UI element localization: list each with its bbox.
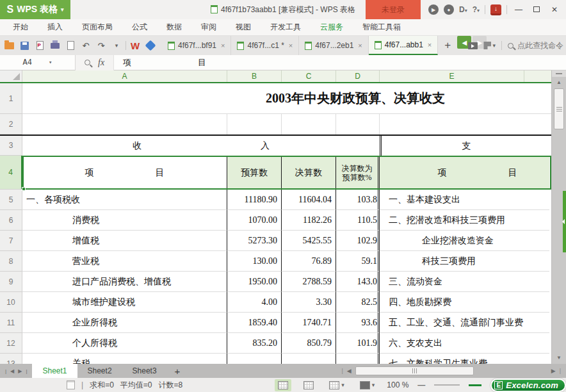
row-header-8[interactable]: 8 xyxy=(0,251,22,272)
menu-smart-toolbox[interactable]: 智能工具箱 xyxy=(362,22,401,33)
cell-d7[interactable]: 102.9 xyxy=(336,231,380,251)
cell-a7[interactable]: 增值税 xyxy=(22,231,227,251)
reading-mode-button[interactable]: ▾ xyxy=(357,379,378,391)
zoom-slider[interactable] xyxy=(434,384,460,386)
cell-a11[interactable]: 企业所得税 xyxy=(22,313,227,333)
close-button[interactable]: ✕ xyxy=(548,5,561,14)
cell-a4-active[interactable]: 项目 xyxy=(22,156,227,190)
print-preview-icon[interactable] xyxy=(64,39,77,52)
scroll-down-icon[interactable]: ▼ xyxy=(552,352,566,363)
last-sheet-icon[interactable]: | xyxy=(26,368,27,374)
close-tab-icon[interactable]: × xyxy=(289,42,293,49)
next-sheet-icon[interactable]: ▶ xyxy=(18,368,22,374)
side-panel-handle[interactable] xyxy=(563,191,566,252)
cell-c8[interactable]: 76.89 xyxy=(282,251,336,272)
page-layout-button[interactable]: ▾ xyxy=(326,379,348,391)
help-icon[interactable]: ?▾ xyxy=(473,5,480,14)
magnifier-icon[interactable] xyxy=(85,60,90,65)
cell-a6[interactable]: 消费税 xyxy=(22,210,227,231)
doc-tab-3[interactable]: 4f67...2eb1× xyxy=(299,36,369,55)
cell-b6[interactable]: 1070.00 xyxy=(227,210,282,231)
cell-a5[interactable]: 一、各项税收 xyxy=(22,190,227,210)
row-header-9[interactable]: 9 xyxy=(0,272,22,292)
row-header-13[interactable]: 13 xyxy=(0,354,22,364)
cell-b7[interactable]: 5273.30 xyxy=(227,231,282,251)
page-break-view-button[interactable] xyxy=(300,379,317,391)
cell-c4[interactable]: 决算数 xyxy=(282,156,336,190)
split-handle[interactable] xyxy=(552,70,566,77)
cell-c10[interactable]: 3.30 xyxy=(282,292,336,313)
row-header-1[interactable]: 1 xyxy=(0,83,22,114)
cell-d5[interactable]: 103.8 xyxy=(336,190,380,210)
col-header-a[interactable]: A xyxy=(22,70,227,82)
cell-c13[interactable] xyxy=(282,354,336,364)
cell-d13[interactable] xyxy=(336,354,380,364)
row-header-12[interactable]: 12 xyxy=(0,333,22,354)
cell-d10[interactable]: 82.5 xyxy=(336,292,380,313)
feedback-icon[interactable]: D▾ xyxy=(459,5,467,14)
close-tab-icon[interactable]: × xyxy=(358,42,362,49)
cell-e10[interactable]: 四、地质勘探费 xyxy=(380,292,549,313)
close-tab-icon[interactable]: × xyxy=(428,41,432,49)
cell-c12[interactable]: 850.79 xyxy=(282,333,336,354)
cell-e6[interactable]: 二、挖潜改造和科技三项费用 xyxy=(380,210,549,231)
cell-e13[interactable]: 七、文教科学卫生事业费 xyxy=(380,354,549,364)
print-icon[interactable] xyxy=(49,39,61,52)
customize-toolbar-icon[interactable]: ▾ xyxy=(110,39,123,52)
cell-d12[interactable]: 101.9 xyxy=(336,333,380,354)
doc-tab-2[interactable]: 4f67f...c1 *× xyxy=(231,36,299,55)
cell-d4[interactable]: 决算数为预算数% xyxy=(336,156,380,190)
download-icon[interactable]: ↓ xyxy=(490,4,501,15)
row-header-11[interactable]: 11 xyxy=(0,313,22,333)
new-tab-button[interactable]: + xyxy=(438,36,457,55)
cell-expense-header[interactable]: 支 xyxy=(382,136,551,156)
cell-c6[interactable]: 1182.26 xyxy=(282,210,336,231)
menu-home[interactable]: 开始 xyxy=(13,22,28,33)
col-header-c[interactable]: C xyxy=(282,70,336,82)
cell-b11[interactable]: 1859.40 xyxy=(227,313,282,333)
row-header-2[interactable]: 2 xyxy=(0,114,22,135)
scroll-up-icon[interactable]: ▲ xyxy=(552,77,566,87)
pointer-menu[interactable]: ▾ xyxy=(483,42,496,49)
menu-cloud[interactable]: 云服务 xyxy=(320,22,343,33)
cell-a12[interactable]: 个人所得税 xyxy=(22,333,227,354)
row-header-4[interactable]: 4 xyxy=(0,156,22,190)
cell-b8[interactable]: 130.00 xyxy=(227,251,282,272)
wps-logo[interactable]: S WPS 表格 ▾ xyxy=(0,0,70,19)
name-box[interactable]: A4 ▾ xyxy=(0,55,76,70)
cell-c11[interactable]: 1740.71 xyxy=(282,313,336,333)
sheet-tab-sheet1[interactable]: Sheet1 xyxy=(32,364,77,378)
scroll-right-icon[interactable]: ▶ xyxy=(551,368,556,374)
vertical-scroll-thumb[interactable] xyxy=(554,88,564,129)
export-pdf-icon[interactable] xyxy=(33,39,46,52)
cell-c2[interactable] xyxy=(282,114,336,135)
open-folder-icon[interactable] xyxy=(3,39,15,52)
row-header-6[interactable]: 6 xyxy=(0,210,22,231)
menu-page-layout[interactable]: 页面布局 xyxy=(82,22,113,33)
login-button[interactable]: 未登录 xyxy=(366,0,421,19)
cell-a8[interactable]: 营业税 xyxy=(22,251,227,272)
horizontal-scroll-thumb[interactable] xyxy=(355,366,474,375)
cell-e12[interactable]: 六、支农支出 xyxy=(380,333,549,354)
cell-e5[interactable]: 一、基本建设支出 xyxy=(380,190,549,210)
close-tab-icon[interactable]: × xyxy=(221,42,225,49)
cell-d6[interactable]: 110.5 xyxy=(336,210,380,231)
row-header-10[interactable]: 10 xyxy=(0,292,22,313)
zoom-out-button[interactable]: — xyxy=(417,380,425,389)
cell-b5[interactable]: 11180.90 xyxy=(227,190,282,210)
cell-c5[interactable]: 11604.04 xyxy=(282,190,336,210)
gear-circle-icon[interactable]: ● xyxy=(444,4,454,15)
cell-e9[interactable]: 三、流动资金 xyxy=(380,272,549,292)
command-search[interactable]: 点此查找命令 xyxy=(508,40,563,51)
cell-b13[interactable] xyxy=(227,354,282,364)
cell-e11[interactable]: 五、工业、交通、流通部门事业费 xyxy=(380,313,549,333)
row-header-5[interactable]: 5 xyxy=(0,190,22,210)
menu-data[interactable]: 数据 xyxy=(166,22,182,33)
menu-developer[interactable]: 开发工具 xyxy=(270,22,301,33)
cell-e4[interactable]: 项目 xyxy=(380,156,549,190)
normal-view-button[interactable] xyxy=(275,379,291,391)
add-sheet-button[interactable]: + xyxy=(167,366,188,377)
first-sheet-icon[interactable]: | xyxy=(5,368,6,374)
doc-tab-4-active[interactable]: 4f67...abb1× xyxy=(369,36,439,55)
cell-e8[interactable]: 科技三项费用 xyxy=(380,251,549,272)
